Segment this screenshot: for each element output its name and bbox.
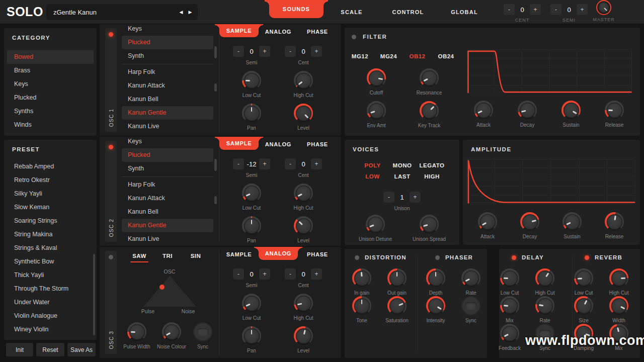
- list-item[interactable]: Winds: [7, 118, 94, 132]
- list-item[interactable]: Retro Okestr: [7, 173, 94, 187]
- knob-dial[interactable]: [574, 296, 593, 315]
- toggle-button[interactable]: [193, 322, 212, 341]
- knob-dial[interactable]: [387, 296, 407, 315]
- list-item[interactable]: Keys: [7, 77, 94, 91]
- knob-dial[interactable]: [478, 212, 497, 231]
- knob-dial[interactable]: [242, 294, 261, 313]
- nav-tab-sounds[interactable]: SOUNDS: [269, 0, 324, 18]
- unison-detune-knob[interactable]: Unison Detune: [356, 215, 394, 242]
- knob-dial[interactable]: [294, 184, 313, 203]
- list-item[interactable]: Through The Storm: [7, 282, 94, 296]
- list-item[interactable]: Keys: [122, 24, 213, 36]
- knob-dial[interactable]: [420, 68, 439, 87]
- knob-dial[interactable]: [242, 71, 261, 90]
- list-item[interactable]: Plucked: [122, 36, 213, 49]
- plus-button[interactable]: +: [311, 158, 322, 169]
- filter-resonance-knob[interactable]: Resonance: [410, 68, 448, 96]
- list-item[interactable]: Winey Violin: [7, 323, 94, 336]
- knob-dial[interactable]: [426, 296, 445, 315]
- filter-release-knob[interactable]: Release: [595, 101, 633, 128]
- list-item[interactable]: Kanun Gentle: [122, 219, 213, 232]
- nav-tab-scale[interactable]: SCALE: [324, 0, 380, 24]
- filter-type-mg12[interactable]: MG12: [346, 53, 374, 59]
- list-item[interactable]: String Makina: [7, 228, 94, 241]
- amp-sustain-knob[interactable]: Sustain: [553, 212, 591, 239]
- osc1-high-cut-knob[interactable]: High Cut: [284, 71, 323, 98]
- knob-dial[interactable]: [242, 184, 261, 203]
- filter-type-mg24[interactable]: MG24: [374, 53, 403, 59]
- osc2-high-cut-knob[interactable]: High Cut: [284, 184, 323, 211]
- osc2-low-cut-knob[interactable]: Low Cut: [232, 184, 271, 211]
- preset-selector[interactable]: zGentle Kanun ◀ ▶: [46, 4, 198, 20]
- plus-button[interactable]: +: [259, 268, 270, 280]
- filter-key-track-knob[interactable]: Key Track: [410, 101, 448, 128]
- knob-dial[interactable]: [518, 101, 537, 120]
- distortion-saturation-knob[interactable]: Saturation: [378, 296, 416, 323]
- osc3-mixer-position-dot[interactable]: [159, 285, 165, 290]
- phaser-power-led[interactable]: [435, 255, 440, 260]
- delay-low-cut-knob[interactable]: Low Cut: [491, 268, 529, 296]
- osc2-level-knob[interactable]: Level: [284, 216, 323, 243]
- knob-dial[interactable]: [420, 101, 439, 120]
- knob-dial[interactable]: [294, 294, 313, 313]
- reverb-width-knob[interactable]: Width: [600, 296, 638, 323]
- minus-button[interactable]: -: [285, 46, 296, 57]
- list-item[interactable]: Bowed: [7, 50, 94, 64]
- filter-type-ob24[interactable]: OB24: [432, 53, 460, 59]
- reverb-size-knob[interactable]: Size: [565, 296, 603, 323]
- delay-power-led[interactable]: [512, 255, 516, 260]
- knob-dial[interactable]: [520, 212, 539, 231]
- list-item[interactable]: Kanun Live: [122, 232, 213, 246]
- distortion-in-gain-knob[interactable]: In gain: [343, 268, 381, 296]
- knob-dial[interactable]: [294, 71, 313, 90]
- knob-dial[interactable]: [294, 104, 313, 123]
- list-item[interactable]: Synth: [122, 49, 213, 63]
- knob-dial[interactable]: [366, 215, 385, 234]
- master-knob[interactable]: MASTER: [585, 0, 623, 22]
- knob-dial[interactable]: [561, 101, 581, 120]
- osc2-category-scrollbar[interactable]: [214, 159, 217, 171]
- list-item[interactable]: Soaring Strings: [7, 214, 94, 228]
- osc3-level-knob[interactable]: Level: [284, 326, 323, 353]
- save-as-button[interactable]: Save As: [67, 343, 96, 356]
- filter-env-amt-knob[interactable]: Env Amt: [357, 101, 395, 128]
- distortion-out-gain-knob[interactable]: Out gain: [378, 268, 416, 296]
- voice-mode-legato[interactable]: LEGATO: [417, 162, 447, 168]
- toggle-button[interactable]: [461, 296, 480, 315]
- reverb-low-cut-knob[interactable]: Low Cut: [565, 268, 603, 296]
- osc1-low-cut-knob[interactable]: Low Cut: [232, 71, 271, 98]
- amp-release-knob[interactable]: Release: [595, 212, 633, 239]
- list-item[interactable]: Silky Yayli: [7, 187, 94, 201]
- minus-button[interactable]: -: [285, 158, 296, 169]
- knob-dial[interactable]: [609, 268, 628, 288]
- plus-button[interactable]: +: [530, 4, 541, 15]
- list-item[interactable]: Harp Folk: [122, 65, 213, 79]
- filter-decay-knob[interactable]: Decay: [508, 101, 546, 128]
- osc3-sync-toggle[interactable]: Sync: [184, 322, 222, 349]
- osc3-high-cut-knob[interactable]: High Cut: [284, 294, 323, 321]
- list-item[interactable]: Kanun Attack: [122, 79, 213, 93]
- phaser-rate-knob[interactable]: Rate: [452, 268, 490, 296]
- list-item[interactable]: Synthetic Bow: [7, 255, 94, 268]
- knob-dial[interactable]: [535, 296, 554, 315]
- knob-dial[interactable]: [500, 324, 519, 343]
- list-item[interactable]: Slow Keman: [7, 201, 94, 214]
- nav-tab-control[interactable]: CONTROL: [380, 0, 436, 24]
- osc3-pan-knob[interactable]: Pan: [232, 326, 271, 353]
- osc3-pulse-width-knob[interactable]: Pulse Width: [118, 322, 156, 349]
- osc1-level-knob[interactable]: Level: [284, 104, 323, 131]
- osc2-tab-phase[interactable]: PHASE: [298, 137, 337, 152]
- knob-dial[interactable]: [294, 216, 313, 235]
- list-item[interactable]: Plucked: [122, 148, 213, 162]
- knob-dial[interactable]: [367, 68, 386, 87]
- delay-mix-knob[interactable]: Mix: [491, 296, 529, 323]
- list-item[interactable]: Kanun Attack: [122, 192, 213, 205]
- list-item[interactable]: Strings & Kaval: [7, 241, 94, 255]
- filter-cutoff-knob[interactable]: Cutoff: [357, 68, 395, 96]
- minus-button[interactable]: -: [504, 4, 515, 15]
- knob-dial[interactable]: [500, 296, 519, 315]
- osc1-tab-analog[interactable]: ANALOG: [259, 24, 298, 39]
- init-button[interactable]: Init: [6, 343, 33, 356]
- list-item[interactable]: Keys: [122, 137, 213, 148]
- plus-button[interactable]: +: [311, 268, 322, 280]
